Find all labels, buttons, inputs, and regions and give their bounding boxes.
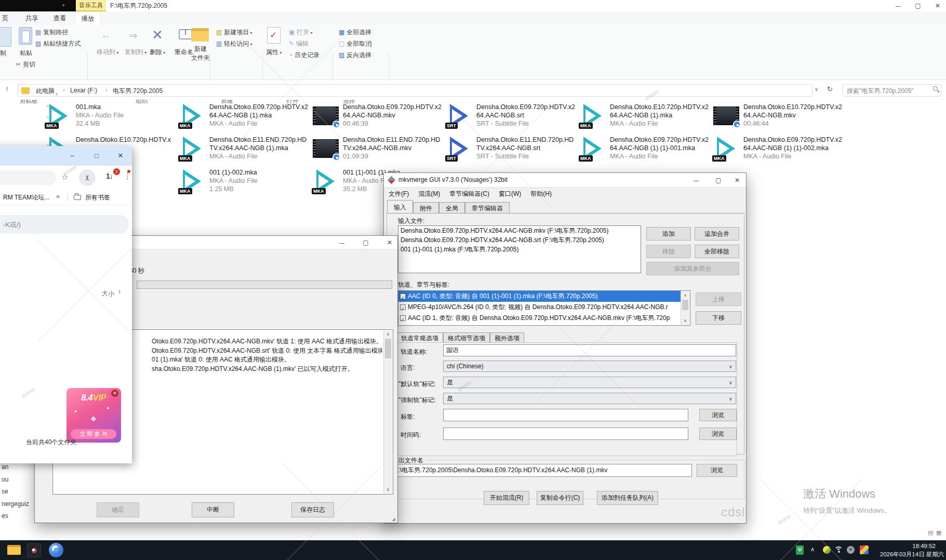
paste-button[interactable]: 粘贴	[20, 49, 32, 58]
add-to-jobqueue-button[interactable]: 添加到任务队列(A)	[597, 491, 658, 505]
easy-access-button[interactable]: ▥轻松访问	[216, 39, 252, 48]
file-tile[interactable]: Densha.Otoko.E11.END.720p.HDTV.x264.AAC-…	[312, 135, 445, 167]
add-button[interactable]: 添加	[646, 227, 691, 241]
address-bar[interactable]	[0, 170, 56, 185]
cut-button[interactable]: ✂剪切	[16, 60, 35, 69]
dialog-maximize-button[interactable]	[357, 236, 375, 249]
browser-maximize-button[interactable]: □	[89, 149, 104, 163]
new-folder-button[interactable]: 新建 文件夹	[191, 45, 210, 62]
tab-view[interactable]: 查看	[48, 11, 72, 25]
new-item-button[interactable]: ▨新建项目	[216, 28, 252, 37]
dialog-minimize-button[interactable]	[333, 236, 351, 249]
output-browse-button[interactable]: 浏览	[697, 464, 737, 477]
explorer-minimize-button[interactable]	[889, 0, 907, 11]
output-filename-input[interactable]: F:\电车男.720p.2005\Densha.Otoko.E09.720p.H…	[391, 464, 692, 477]
file-tile[interactable]: Densha.Otoko.E10.720p.HDTV.x264.AAC-NGB.…	[712, 102, 846, 135]
file-tile[interactable]: MKA Densha.Otoko.E09.720p.HDTV.x264.AAC-…	[712, 135, 846, 167]
crumb-folder[interactable]: 电车男.720p.2005	[113, 87, 163, 96]
rename-button[interactable]: 重命名	[175, 48, 193, 57]
history-button[interactable]: ◔历史记录	[289, 51, 319, 60]
track-checkbox[interactable]	[400, 315, 406, 321]
language-select[interactable]: chi (Chinese)	[443, 361, 736, 372]
thumbnail-view-icon[interactable]: ▦	[936, 529, 941, 536]
track-row[interactable]: AAC (ID 0, 类型: 音频) 自 001 (1)-001 (1).mka…	[398, 291, 681, 302]
file-tile[interactable]: MKA Densha.Otoko.E11.END.720p.HDTV.x264.…	[178, 135, 312, 167]
tab-home[interactable]: 页	[0, 11, 10, 25]
file-tile[interactable]: MKA Densha.Otoko.E10.720p.HDTV.x264.AAC-…	[579, 102, 712, 135]
mkvmerge-tab[interactable]: 附件	[413, 202, 439, 214]
browser-minimize-button[interactable]: –	[64, 149, 80, 163]
copy-cmdline-button[interactable]: 复制命令行(C)	[537, 491, 583, 505]
bookmark-star-icon[interactable]: ☆	[61, 172, 68, 182]
default-track-select[interactable]: 是	[443, 377, 736, 388]
track-checkbox[interactable]	[400, 294, 406, 299]
input-files-list[interactable]: Densha.Otoko.E09.720p.HDTV.x264.AAC-NGB.…	[398, 225, 641, 273]
track-checkbox[interactable]	[400, 304, 406, 310]
downloads-icon[interactable]	[106, 172, 113, 180]
clock-date[interactable]: 2026年03月14日 星期六	[880, 551, 945, 558]
file-tile[interactable]: SRT Densha.Otoko.E11.END.720p.HDTV.x264.…	[445, 135, 579, 167]
ad-cta-button[interactable]: 立 即 参 与	[71, 429, 116, 439]
invert-selection-button[interactable]: ▨反向选择	[339, 51, 371, 60]
track-option-tab[interactable]: 额外选项	[490, 332, 524, 343]
open-button[interactable]: ▣打开	[289, 28, 313, 37]
tags-input[interactable]	[443, 409, 688, 421]
breadcrumb[interactable]: 此电脑 › Lexar (F:) › 电车男.720p.2005	[18, 84, 812, 97]
mkvmerge-minimize-button[interactable]	[687, 173, 705, 188]
select-all-button[interactable]: ▦全部选择	[339, 28, 371, 37]
bookmarks-overflow-icon[interactable]: »	[56, 192, 60, 200]
add-rest-button[interactable]: 添加其余部分	[646, 262, 739, 275]
file-tile[interactable]: SRT Densha.Otoko.E09.720p.HDTV.x264.AAC-…	[445, 102, 579, 135]
crumb-drive[interactable]: Lexar (F:)	[70, 87, 97, 94]
browser-close-button[interactable]: ✕	[113, 149, 128, 163]
qat-dropdown-icon[interactable]: ▾	[62, 3, 65, 8]
taskbar-explorer-icon[interactable]	[7, 545, 21, 555]
explorer-close-button[interactable]	[929, 0, 946, 11]
timecodes-browse-button[interactable]: 浏览	[699, 428, 737, 440]
dialog-close-button[interactable]	[381, 236, 398, 249]
select-none-button[interactable]: ▢全部取消	[339, 39, 371, 48]
move-down-button[interactable]: 下移	[696, 311, 741, 325]
tracks-scrollbar[interactable]: ∧ ∨	[681, 291, 689, 325]
bookmark-item[interactable]: RM TEAM论坛...	[3, 193, 49, 202]
taskbar-browser-icon[interactable]	[49, 543, 63, 557]
menu-item[interactable]: 窗口(W)	[494, 188, 526, 200]
clip-tool-icon[interactable]	[79, 169, 96, 186]
file-tile[interactable]: MKA 001 (1)-002.mka MKA - Audio File 1.2…	[178, 167, 312, 200]
input-file-row[interactable]: Densha.Otoko.E09.720p.HDTV.x264.AAC-NGB.…	[398, 235, 641, 245]
tray-usb-icon[interactable]: Ψ	[796, 545, 804, 555]
track-row[interactable]: AAC (ID 1, 类型: 音频) 自 Densha.Otoko.E09.72…	[398, 313, 681, 324]
browser-menu-icon[interactable]	[124, 171, 131, 181]
move-up-button[interactable]: 上移	[696, 292, 741, 306]
menu-item[interactable]: 混流(M)	[414, 188, 445, 200]
tab-play[interactable]: 播放	[75, 11, 101, 25]
delete-button[interactable]: 删除	[150, 48, 165, 57]
mkvmerge-tab[interactable]: 全局	[439, 202, 465, 214]
save-log-button[interactable]: 保存日志	[291, 502, 334, 517]
file-tile[interactable]: MKA Densha.Otoko.E09.720p.HDTV.x264.AAC-…	[178, 102, 312, 135]
resize-grip[interactable]: ◢	[392, 516, 395, 522]
track-option-tab[interactable]: 轨道常规选项	[396, 332, 443, 343]
log-scrollbar[interactable]: ∧ ∨	[383, 330, 392, 494]
track-row[interactable]: MPEG-4p10/AVC/h.264 (ID 0, 类型: 视频) 自 Den…	[398, 302, 681, 313]
size-column-header[interactable]: 大小	[102, 289, 114, 298]
list-view-icon[interactable]: ▤	[928, 529, 933, 536]
copy-button[interactable]: 制	[0, 49, 6, 58]
up-arrow-button[interactable]: ↑	[5, 84, 9, 93]
menu-item[interactable]: 章节编辑器(C)	[445, 188, 494, 200]
tray-wifi-icon[interactable]	[834, 546, 844, 554]
track-option-tab[interactable]: 格式细节选项	[443, 332, 490, 343]
abort-button[interactable]: 中断	[192, 502, 234, 517]
remove-all-button[interactable]: 全部移除	[695, 245, 739, 258]
copy-path-button[interactable]: ▤复制路径	[35, 28, 68, 37]
tray-app-icon[interactable]	[860, 545, 869, 554]
ad-close-icon[interactable]: ✕	[111, 390, 118, 397]
copy-to-button[interactable]: 复制到	[125, 48, 146, 57]
timecodes-input[interactable]	[443, 428, 688, 440]
menu-item[interactable]: 文件(F)	[384, 188, 414, 200]
tray-hidden-icons-chevron[interactable]: ∧	[810, 546, 815, 553]
file-tile[interactable]: Densha.Otoko.E09.720p.HDTV.x264.AAC-NGB.…	[312, 102, 445, 135]
track-name-input[interactable]: 国语	[443, 344, 736, 356]
crumb-this-pc[interactable]: 此电脑	[36, 87, 55, 96]
mkvmerge-tab[interactable]: 输入	[387, 200, 413, 214]
